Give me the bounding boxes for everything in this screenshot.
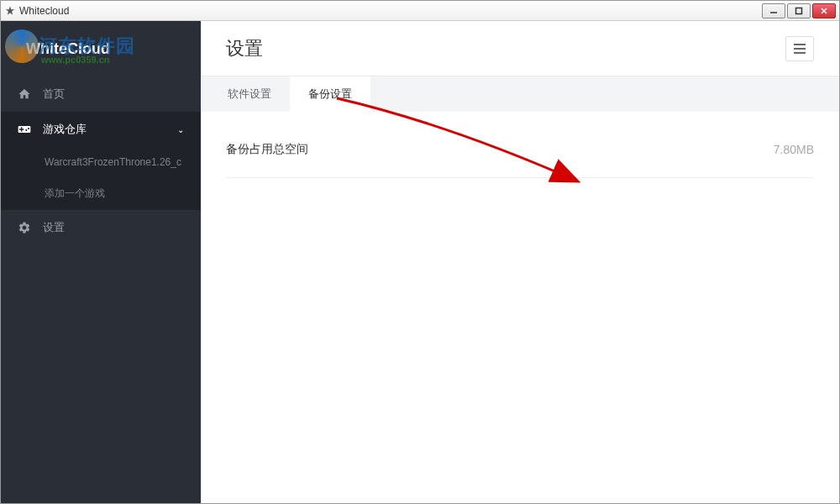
main-header: 设置 bbox=[201, 21, 839, 76]
sidebar-subitem-add-game[interactable]: 添加一个游戏 bbox=[1, 177, 201, 210]
home-icon bbox=[18, 87, 31, 101]
sidebar-item-home[interactable]: 首页 bbox=[1, 76, 201, 112]
page-title: 设置 bbox=[226, 36, 785, 61]
gamepad-icon bbox=[18, 123, 31, 136]
close-button[interactable] bbox=[812, 3, 836, 18]
tabs: 软件设置 备份设置 bbox=[201, 76, 839, 112]
main-content: 设置 软件设置 备份设置 备份占用总空间 7.80MB bbox=[201, 21, 839, 503]
tab-backup-settings[interactable]: 备份设置 bbox=[290, 76, 370, 112]
window-controls bbox=[762, 3, 836, 18]
settings-content: 备份占用总空间 7.80MB bbox=[201, 112, 839, 503]
hamburger-icon bbox=[794, 44, 806, 54]
maximize-button[interactable] bbox=[787, 3, 811, 18]
gear-icon bbox=[18, 221, 31, 234]
sidebar-item-label: 首页 bbox=[43, 87, 184, 102]
minimize-button[interactable] bbox=[762, 3, 785, 18]
window-title: Whitecloud bbox=[19, 5, 762, 17]
tab-software-settings[interactable]: 软件设置 bbox=[209, 76, 290, 112]
brand-name: WhiteCloud bbox=[26, 40, 110, 58]
svg-rect-1 bbox=[796, 8, 802, 13]
sidebar-subitem-label: 添加一个游戏 bbox=[45, 187, 105, 199]
sidebar-subitem-game[interactable]: Warcraft3FrozenThrone1.26_c bbox=[1, 147, 201, 177]
chevron-down-icon: ⌄ bbox=[177, 125, 184, 134]
sidebar-subitem-label: Warcraft3FrozenThrone1.26_c bbox=[45, 156, 181, 168]
brand: WhiteCloud bbox=[1, 21, 201, 76]
tab-label: 备份设置 bbox=[308, 87, 352, 100]
sidebar-item-label: 设置 bbox=[43, 220, 184, 235]
menu-toggle-button[interactable] bbox=[785, 36, 814, 61]
sidebar-item-game-library[interactable]: 游戏仓库 ⌄ bbox=[1, 112, 201, 147]
backup-space-value: 7.80MB bbox=[774, 143, 814, 156]
window-titlebar: Whitecloud bbox=[1, 1, 839, 21]
backup-space-row: 备份占用总空间 7.80MB bbox=[226, 134, 814, 178]
app-icon bbox=[4, 5, 16, 17]
tab-label: 软件设置 bbox=[228, 87, 271, 100]
backup-space-label: 备份占用总空间 bbox=[226, 142, 774, 157]
sidebar: WhiteCloud 首页 游戏仓库 ⌄ Warcraft3FrozenThro… bbox=[1, 21, 201, 503]
sidebar-item-settings[interactable]: 设置 bbox=[1, 210, 201, 245]
sidebar-item-label: 游戏仓库 bbox=[43, 122, 177, 137]
